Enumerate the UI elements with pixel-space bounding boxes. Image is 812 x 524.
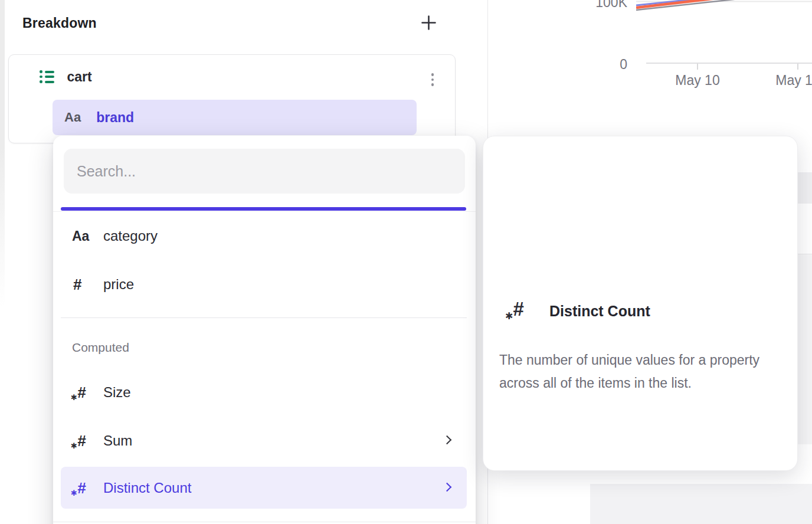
selected-property-chip[interactable]: Aa brand (53, 100, 417, 135)
cart-row[interactable]: cart (40, 68, 92, 86)
dropdown-item-distinct-count[interactable]: ✱# Distinct Count (61, 467, 467, 509)
search-input[interactable] (64, 149, 465, 194)
active-tab-indicator (61, 207, 466, 211)
chevron-right-icon (443, 435, 452, 445)
search-box (64, 149, 465, 194)
header-divider (53, 211, 476, 212)
y-axis-tick-label: 0 (562, 57, 627, 73)
dropdown-item-label: category (103, 228, 158, 244)
y-axis-tick-label: 100K (562, 0, 627, 11)
dropdown-item-category[interactable]: Aa category (61, 221, 467, 251)
page-left-edge (0, 0, 5, 307)
x-axis-line (646, 63, 812, 64)
section-divider (61, 317, 467, 318)
plus-icon (421, 15, 437, 32)
computed-section-label: Computed (72, 340, 129, 355)
chevron-right-icon (443, 482, 452, 492)
x-axis-tick-label: May 17 (757, 73, 812, 89)
selected-property-label: brand (96, 110, 134, 126)
cart-label: cart (67, 69, 92, 85)
kebab-menu-icon[interactable] (428, 70, 438, 90)
tooltip-description: The number of unique values for a proper… (499, 349, 797, 395)
dropdown-item-label: Distinct Count (103, 480, 191, 496)
x-axis-tick (797, 64, 798, 70)
dropdown-item-label: Sum (103, 433, 132, 449)
line-chart-plot (636, 0, 812, 35)
tooltip-title: Distinct Count (549, 303, 650, 320)
breakdown-cart-card: cart Aa brand (8, 54, 456, 143)
computed-number-icon: ✱# (77, 385, 86, 400)
property-dropdown: Aa category # price Computed ✱# Size ✱# … (53, 136, 476, 524)
list-property-icon (40, 70, 54, 83)
dropdown-item-label: price (103, 276, 134, 293)
table-cell-band (590, 484, 812, 524)
x-axis-tick-label: May 10 (656, 73, 739, 89)
dropdown-item-label: Size (103, 384, 131, 401)
breakdown-title: Breakdown (22, 15, 97, 31)
number-type-icon: # (73, 276, 81, 294)
text-type-icon: Aa (72, 228, 89, 244)
list-bottom-divider (53, 522, 476, 522)
computed-number-icon: ✱# (77, 480, 86, 496)
dropdown-item-price[interactable]: # price (61, 270, 467, 299)
add-breakdown-button[interactable] (418, 13, 439, 34)
text-type-icon: Aa (64, 110, 81, 125)
distinct-count-tooltip: ✱# Distinct Count The number of unique v… (483, 136, 798, 471)
dropdown-item-sum[interactable]: ✱# Sum (61, 426, 467, 456)
computed-number-icon: ✱# (77, 433, 86, 448)
computed-number-icon: ✱# (513, 299, 523, 319)
x-axis-tick (697, 64, 698, 70)
dropdown-item-size[interactable]: ✱# Size (61, 378, 467, 407)
